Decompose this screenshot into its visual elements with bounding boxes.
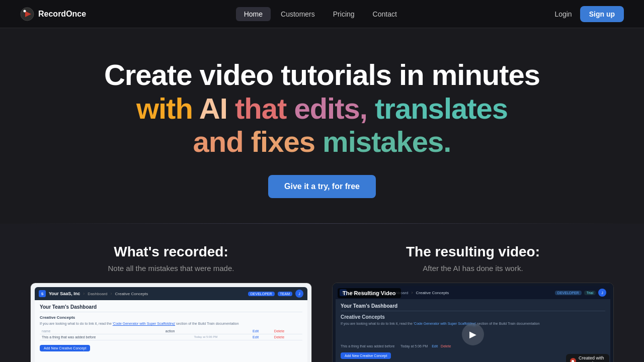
dark-add-btn: Add New Creative Concept — [341, 352, 391, 359]
recorded-video-frame: S Your SaaS, Inc › Dashboard › Creative … — [30, 283, 312, 362]
hero-line1: Create video tutorials in minutes — [104, 58, 540, 91]
hero-line2: with AI that edits, translates — [104, 92, 540, 126]
badge-team: TEAM — [278, 292, 292, 296]
screen-content: Your Team's Dashboard Creative Concepts … — [35, 300, 307, 362]
screen-table: name action Edit Delete This a thing tha… — [40, 328, 302, 340]
nav-customers[interactable]: Customers — [273, 7, 323, 21]
topbar-left: S Your SaaS, Inc › Dashboard › Creative … — [39, 290, 148, 297]
word-and: and — [193, 125, 244, 158]
screen-section-heading: Creative Concepts — [40, 315, 302, 320]
dark-topbar-right: DEVELOPER Trial J — [555, 289, 606, 297]
play-overlay-button[interactable]: ▶ — [462, 323, 484, 345]
word-that: that — [235, 92, 286, 125]
cta-button[interactable]: Give it a try, for free — [268, 175, 376, 198]
table-cell: action — [164, 328, 192, 334]
user-avatar: J — [295, 290, 303, 298]
screen-divider — [40, 312, 302, 312]
hero-section: Create video tutorials in minutes with A… — [0, 28, 644, 223]
result-overlay-label: The Resulting Video — [338, 288, 401, 298]
logo[interactable]: RecordOnce — [20, 7, 86, 21]
demo-section: What's recorded: Note all the mistakes t… — [0, 224, 644, 362]
topbar-brand: Your SaaS, Inc — [49, 291, 80, 296]
table-cell: name — [40, 328, 164, 334]
topbar-logo: S — [39, 290, 46, 297]
demo-left-subtitle: Note all the mistakes that were made. — [108, 264, 234, 273]
word-with: with — [136, 92, 193, 125]
screen-body-text: If you are looking what to do to link it… — [40, 321, 302, 326]
screen-topbar: S Your SaaS, Inc › Dashboard › Creative … — [35, 287, 307, 300]
login-link[interactable]: Login — [554, 10, 572, 18]
table-edit: Edit — [251, 328, 272, 334]
topbar-nav-dashboard: Dashboard — [88, 292, 107, 296]
nav-home[interactable]: Home — [236, 7, 271, 21]
topbar-nav-divider2: › — [111, 291, 112, 296]
dark-section-heading: Creative Concepts — [341, 314, 605, 320]
signup-button[interactable]: Sign up — [580, 6, 624, 22]
table-cell: This a thing that was added before — [40, 334, 164, 340]
word-mistakes: mistakes. — [323, 125, 451, 158]
table-row: name action Edit Delete — [40, 328, 302, 334]
screen-add-btn: Add New Creative Concept — [40, 345, 90, 351]
dark-badge1: DEVELOPER — [555, 291, 582, 295]
navbar: RecordOnce Home Customers Pricing Contac… — [0, 0, 644, 28]
nav-auth: Login Sign up — [554, 6, 624, 22]
table-cell — [192, 328, 251, 334]
dark-main-heading: Your Team's Dashboard — [341, 303, 605, 309]
demo-right: The resulting video: After the AI has do… — [332, 244, 614, 362]
demo-left: What's recorded: Note all the mistakes t… — [30, 244, 312, 362]
record-dot-icon — [570, 358, 576, 362]
logo-text: RecordOnce — [38, 10, 86, 19]
hero-line3: and fixes mistakes. — [104, 125, 540, 159]
nav-contact[interactable]: Contact — [365, 7, 405, 21]
dark-divider — [341, 311, 605, 311]
table-cell: Today at 5:06 PM — [192, 334, 251, 340]
svg-point-2 — [24, 10, 26, 12]
dark-badge2: Trial — [584, 291, 596, 295]
table-delete: Delete — [272, 334, 302, 340]
table-edit: Edit — [251, 334, 272, 340]
topbar-right: DEVELOPER TEAM J — [248, 290, 303, 298]
record-once-badge: Created withRecord Once — [566, 354, 609, 362]
word-edits: edits, — [294, 92, 367, 125]
table-row: This a thing that was added before Today… — [40, 334, 302, 340]
word-fixes: fixes — [251, 125, 315, 158]
dark-nav2: Creative Concepts — [416, 291, 449, 295]
badge-developer: DEVELOPER — [248, 292, 275, 296]
demo-left-title: What's recorded: — [114, 244, 228, 260]
demo-right-subtitle: After the AI has done its work. — [423, 264, 523, 273]
topbar-nav-concepts: Creative Concepts — [115, 292, 148, 296]
nav-pricing[interactable]: Pricing — [325, 7, 363, 21]
nav-links: Home Customers Pricing Contact — [236, 7, 405, 21]
logo-icon — [20, 7, 34, 21]
result-video-frame: The Resulting Video S Your SaaS, Inc › D… — [332, 283, 614, 362]
table-delete: Delete — [272, 328, 302, 334]
demo-right-title: The resulting video: — [406, 244, 540, 260]
dark-divider2: › — [412, 290, 413, 295]
word-ai: AI — [199, 92, 227, 125]
table-cell — [164, 334, 192, 340]
recorded-video-inner: S Your SaaS, Inc › Dashboard › Creative … — [31, 283, 311, 362]
dark-content: Your Team's Dashboard Creative Concepts … — [336, 299, 610, 362]
dark-avatar: J — [598, 289, 606, 297]
word-translates: translates — [375, 92, 508, 125]
record-badge-text: Created withRecord Once — [579, 355, 605, 362]
topbar-nav-divider: › — [83, 291, 85, 296]
hero-headline: Create video tutorials in minutes with A… — [104, 58, 540, 159]
screen-mockup: S Your SaaS, Inc › Dashboard › Creative … — [31, 283, 311, 362]
screen-main-heading: Your Team's Dashboard — [40, 304, 302, 310]
